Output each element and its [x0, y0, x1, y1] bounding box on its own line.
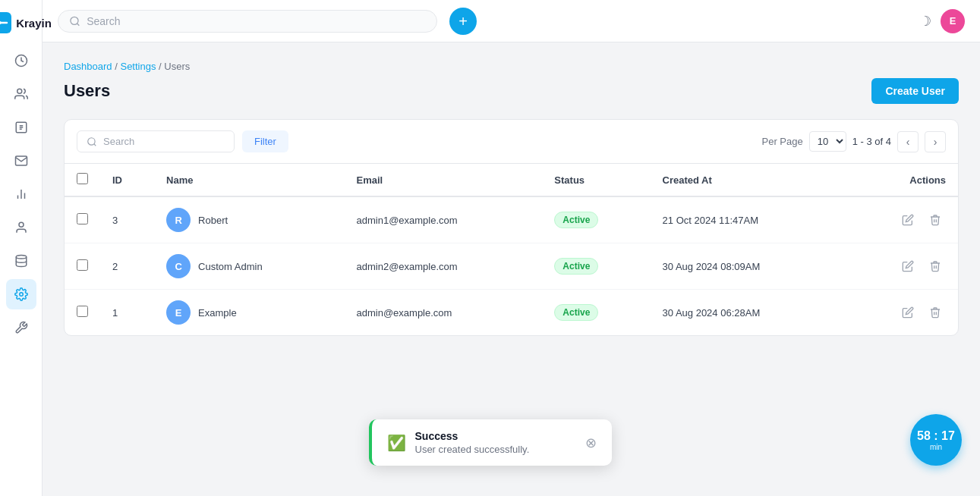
- toast-success-icon: ✅: [387, 434, 406, 452]
- top-header: + ☽ E: [43, 0, 980, 42]
- user-avatar-circle: C: [166, 254, 191, 278]
- header-checkbox-cell: [65, 164, 100, 196]
- table-header: ID Name Email Status Created At Actions: [65, 164, 958, 196]
- svg-point-12: [19, 293, 23, 297]
- sidebar: Krayin: [0, 0, 43, 496]
- pagination-info: 1 - 3 of 4: [852, 136, 891, 147]
- select-all-checkbox[interactable]: [77, 173, 88, 184]
- breadcrumb-settings[interactable]: Settings: [120, 61, 156, 72]
- delete-icon[interactable]: [925, 209, 946, 231]
- user-name: Example: [198, 307, 237, 319]
- table-row: 1 E Example admin@example.com Active 30 …: [65, 290, 958, 336]
- row-actions: [843, 243, 958, 290]
- toast-content: Success User created successfully.: [415, 430, 576, 455]
- table-body: 3 R Robert admin1@example.com Active 21 …: [65, 196, 958, 335]
- svg-point-2: [17, 89, 21, 93]
- edit-icon[interactable]: [897, 302, 919, 323]
- row-checkbox[interactable]: [77, 213, 88, 224]
- row-checkbox[interactable]: [77, 306, 88, 317]
- col-status: Status: [542, 164, 650, 196]
- users-table-card: Filter Per Page 10 25 50 1 - 3 of 4 ‹ ›: [64, 119, 959, 336]
- col-created-at: Created At: [651, 164, 843, 196]
- row-email: admin@example.com: [345, 290, 543, 336]
- row-created-at: 21 Oct 2024 11:47AM: [651, 196, 843, 243]
- user-avatar[interactable]: E: [941, 9, 965, 33]
- svg-point-15: [88, 137, 95, 144]
- row-created-at: 30 Aug 2024 06:28AM: [651, 290, 843, 336]
- row-created-at: 30 Aug 2024 08:09AM: [651, 243, 843, 290]
- sidebar-item-mail[interactable]: [6, 146, 36, 176]
- col-actions: Actions: [843, 164, 958, 196]
- timer-label: min: [930, 443, 942, 451]
- per-page-wrap: Per Page 10 25 50 1 - 3 of 4 ‹ ›: [761, 131, 946, 152]
- table-row: 2 C Custom Admin admin2@example.com Acti…: [65, 243, 958, 290]
- row-id: 3: [100, 196, 154, 243]
- header-right: ☽ E: [919, 9, 965, 33]
- col-id: ID: [100, 164, 154, 196]
- page-content: Dashboard / Settings / Users Users Creat…: [43, 42, 980, 496]
- app-logo[interactable]: Krayin: [0, 9, 58, 42]
- edit-icon[interactable]: [897, 256, 919, 277]
- pagination-next-button[interactable]: ›: [925, 131, 946, 152]
- row-name: R Robert: [154, 196, 344, 243]
- table-search-wrap[interactable]: [77, 130, 235, 152]
- toast-message: User created successfully.: [415, 444, 576, 455]
- breadcrumb-dashboard[interactable]: Dashboard: [64, 61, 112, 72]
- row-checkbox-cell: [65, 196, 100, 243]
- edit-icon[interactable]: [897, 209, 919, 231]
- users-table: ID Name Email Status Created At Actions …: [65, 164, 958, 335]
- svg-point-13: [71, 17, 78, 24]
- row-actions: [843, 196, 958, 243]
- sidebar-item-contacts[interactable]: [6, 79, 36, 109]
- row-id: 2: [100, 243, 154, 290]
- row-name: C Custom Admin: [154, 243, 344, 290]
- sidebar-item-tools[interactable]: [6, 312, 36, 343]
- row-email: admin2@example.com: [345, 243, 543, 290]
- svg-point-11: [16, 256, 27, 259]
- row-checkbox[interactable]: [77, 259, 88, 271]
- user-avatar-circle: R: [166, 208, 191, 232]
- theme-toggle-icon[interactable]: ☽: [919, 13, 931, 30]
- delete-icon[interactable]: [925, 302, 946, 323]
- sidebar-item-users[interactable]: [6, 212, 36, 243]
- search-icon: [69, 15, 80, 27]
- per-page-label: Per Page: [761, 136, 802, 147]
- status-badge: Active: [554, 258, 598, 275]
- status-badge: Active: [554, 212, 598, 228]
- table-toolbar: Filter Per Page 10 25 50 1 - 3 of 4 ‹ ›: [65, 120, 958, 164]
- row-email: admin1@example.com: [345, 196, 543, 243]
- table-search-input[interactable]: [103, 136, 225, 147]
- main-area: + ☽ E Dashboard / Settings / Users Users…: [43, 0, 980, 496]
- pagination-prev-button[interactable]: ‹: [897, 131, 919, 152]
- col-email: Email: [345, 164, 543, 196]
- filter-button[interactable]: Filter: [242, 130, 288, 152]
- global-search-input[interactable]: [87, 15, 426, 27]
- sidebar-item-settings[interactable]: [6, 279, 36, 309]
- breadcrumb-current: Users: [164, 61, 190, 72]
- sidebar-item-reports[interactable]: [6, 179, 36, 209]
- status-badge: Active: [554, 304, 598, 321]
- row-status: Active: [542, 196, 650, 243]
- timer-widget[interactable]: 58 : 17 min: [910, 414, 962, 466]
- row-id: 1: [100, 290, 154, 336]
- global-search-bar[interactable]: [58, 10, 437, 33]
- col-name: Name: [154, 164, 344, 196]
- add-button[interactable]: +: [449, 8, 477, 35]
- sidebar-item-storage[interactable]: [6, 246, 36, 276]
- timer-value: 58 : 17: [917, 429, 955, 443]
- row-checkbox-cell: [65, 243, 100, 290]
- create-user-button[interactable]: Create User: [871, 78, 959, 104]
- toast-close-button[interactable]: ⊗: [585, 435, 597, 451]
- row-name: E Example: [154, 290, 344, 336]
- user-name: Custom Admin: [198, 261, 263, 272]
- row-checkbox-cell: [65, 290, 100, 336]
- delete-icon[interactable]: [925, 256, 946, 277]
- per-page-select[interactable]: 10 25 50: [809, 131, 846, 152]
- row-actions: [843, 290, 958, 336]
- sidebar-item-activity[interactable]: [6, 46, 36, 76]
- page-title: Users: [64, 81, 110, 101]
- row-status: Active: [542, 290, 650, 336]
- sidebar-item-tasks[interactable]: [6, 112, 36, 143]
- toast-title: Success: [415, 430, 576, 442]
- breadcrumb: Dashboard / Settings / Users: [64, 61, 959, 72]
